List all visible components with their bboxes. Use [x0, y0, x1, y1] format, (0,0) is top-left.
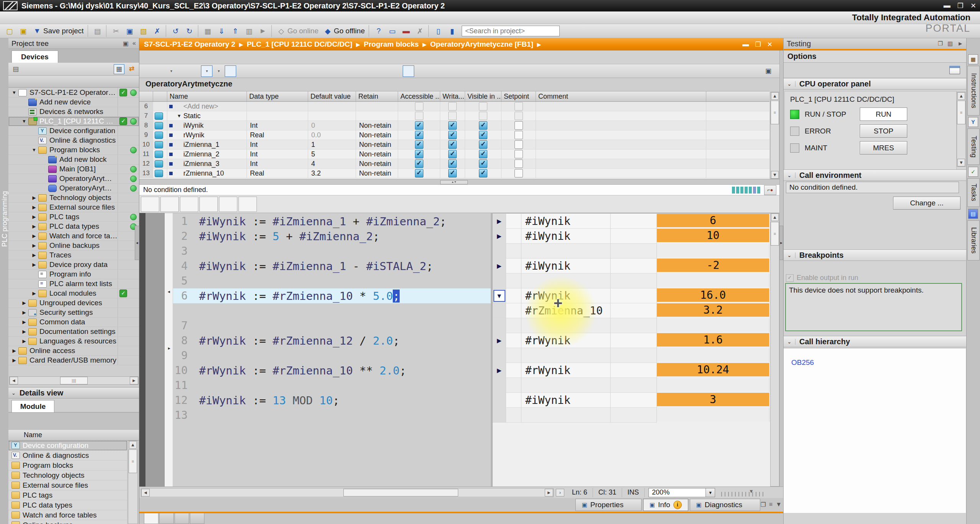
section-call-environment[interactable]: ⌄ Call environment — [784, 169, 966, 181]
toolbar-button[interactable]: ✗ — [413, 25, 429, 37]
editor-tool-icon[interactable] — [308, 65, 319, 77]
tree-item[interactable]: ▶ Common data ✓ — [8, 317, 139, 327]
tasks-tab-icon[interactable]: ✓ — [968, 167, 978, 177]
tree-item[interactable]: ▶ Online backups ✓ — [8, 241, 139, 251]
monitor-var-name[interactable] — [521, 318, 611, 333]
menu-item[interactable] — [68, 16, 80, 19]
editor-tool-icon[interactable] — [177, 65, 189, 77]
editor-tool-icon[interactable] — [272, 65, 284, 77]
toolbar-button[interactable]: ↺ — [169, 25, 182, 37]
monitor-var-name[interactable]: #iWynik — [521, 229, 611, 244]
editor-tool-icon[interactable] — [237, 65, 248, 77]
pin-icon[interactable]: ▣ — [123, 40, 129, 47]
monitor-value[interactable] — [657, 348, 769, 363]
monitor-var-name[interactable]: #iWynik — [521, 214, 611, 229]
code-text[interactable]: #iWynik := 13 MOD 10; — [199, 394, 340, 407]
tree-item[interactable]: ▶ Local modules ✓ — [8, 289, 139, 298]
cpu-panel-scrollbar[interactable]: ▲ ≡ ▼ — [957, 92, 966, 167]
writable-checkbox[interactable] — [448, 121, 457, 130]
code-line[interactable]: 1 #iWynik := #iZmienna_1 + #iZmienna_2; — [173, 214, 491, 229]
visible-checkbox[interactable] — [479, 102, 487, 111]
var-comment[interactable] — [536, 140, 706, 149]
var-name[interactable]: iZmienna_3 — [183, 160, 219, 168]
monitor-var-name[interactable] — [521, 273, 611, 288]
code-text[interactable]: #iWynik := 5 + #iZmienna_2; — [199, 230, 379, 243]
stop-button[interactable]: STOP — [860, 124, 907, 138]
breakpoint-gutter[interactable] — [139, 213, 145, 487]
tree-item[interactable]: ▶ Watch and force tables ✓ — [8, 231, 139, 241]
toolbar-button[interactable]: ► — [256, 25, 272, 37]
code-line[interactable]: 12 #iWynik := 13 MOD 10; — [173, 393, 491, 408]
var-comment[interactable] — [536, 150, 706, 159]
setpoint-checkbox[interactable] — [514, 112, 523, 120]
monitor-row[interactable] — [493, 348, 769, 363]
var-data-type[interactable]: Int — [247, 159, 308, 168]
table-row[interactable]: 7 ▼ Static — [139, 111, 769, 121]
tree-item[interactable]: ▶ Technology objects ✓ — [8, 193, 139, 203]
details-item[interactable]: PLC tags — [8, 490, 127, 500]
expander-icon[interactable]: ▶ — [20, 300, 28, 306]
configure-columns-icon[interactable]: ▤ — [11, 65, 21, 74]
expander-icon[interactable]: ▶ — [30, 252, 38, 258]
tab-testing[interactable]: Testing — [967, 129, 980, 165]
details-view-header[interactable]: ⌄ Details view — [8, 387, 139, 399]
details-item[interactable]: Program blocks — [8, 461, 127, 470]
accessible-checkbox[interactable] — [415, 159, 423, 168]
table-row[interactable]: 11 iZmienna_2 Int 5 Non-retain — [139, 150, 769, 159]
var-retain[interactable]: Non-retain — [356, 169, 398, 178]
panel-menu-icon[interactable]: ≡ — [769, 501, 773, 508]
monitor-var-name[interactable] — [521, 378, 611, 393]
accessible-checkbox[interactable] — [415, 131, 423, 139]
monitor-row[interactable] — [493, 318, 769, 333]
inspector-subtab[interactable] — [175, 513, 189, 524]
editor-tool-icon[interactable] — [320, 65, 331, 77]
editor-tool-icon[interactable] — [154, 65, 165, 77]
details-item[interactable]: Online backups — [8, 520, 127, 524]
collapse-left-panel-handle[interactable]: ◄ — [135, 226, 139, 260]
snippet-button[interactable] — [160, 197, 179, 212]
setpoint-checkbox[interactable] — [514, 150, 523, 158]
writable-checkbox[interactable] — [448, 112, 457, 120]
chevron-down-icon[interactable]: ⌄ — [784, 339, 795, 345]
close-icon[interactable]: ✕ — [970, 2, 976, 10]
snippet-button[interactable] — [219, 197, 237, 212]
var-data-type[interactable]: Int — [247, 140, 308, 149]
editor-tool-icon[interactable] — [379, 65, 390, 77]
monitor-value[interactable]: 16.0 — [657, 288, 769, 303]
menu-item[interactable] — [56, 16, 68, 19]
table-row[interactable]: 6 <Add new> — [139, 102, 769, 111]
toolbar-button[interactable]: ▢ — [3, 25, 16, 37]
tree-item[interactable]: ▶ Security settings ✓ — [8, 308, 139, 317]
editor-tool-icon[interactable] — [343, 65, 355, 77]
tree-item[interactable]: Device configuration ✓ — [8, 126, 139, 136]
col-data-type[interactable]: Data type — [247, 91, 308, 101]
tree-item[interactable]: ▶ PLC data types ✓ — [8, 222, 139, 231]
var-data-type[interactable]: Int — [247, 150, 308, 159]
details-item[interactable]: PLC data types — [8, 500, 127, 510]
toolbar-button[interactable]: ▣ — [123, 25, 136, 37]
var-comment[interactable] — [536, 130, 706, 140]
setpoint-checkbox[interactable] — [514, 121, 523, 130]
toolbar-button[interactable]: ▦ — [201, 25, 214, 37]
var-default[interactable]: 5 — [311, 150, 315, 158]
col-visible[interactable]: Visible in ... — [465, 91, 501, 101]
var-retain[interactable]: Non-retain — [356, 121, 398, 130]
expander-icon[interactable]: ▶ — [30, 291, 38, 296]
visible-checkbox[interactable] — [479, 150, 487, 158]
scroll-right-icon[interactable]: ► — [130, 377, 138, 384]
condition-settings-button[interactable]: ⌐● — [764, 185, 776, 195]
inspector-tab[interactable]: ▣ Info i — [643, 499, 688, 511]
expand-icon[interactable]: ► — [957, 40, 963, 47]
monitor-var-name[interactable]: #rWynik — [521, 363, 611, 378]
table-row[interactable]: 13 rZmienna_10 Real 3.2 Non-retain — [139, 169, 769, 178]
var-name[interactable]: rZmienna_10 — [183, 169, 224, 177]
var-retain[interactable]: Non-retain — [356, 130, 398, 140]
code-text[interactable]: #iWynik := #iZmienna_1 - #iSTALA_2; — [199, 260, 433, 273]
var-name[interactable]: rWynik — [183, 131, 204, 139]
monitor-value[interactable]: 6 — [657, 214, 769, 229]
monitor-var-name[interactable]: #rZmienna_10 — [521, 303, 611, 318]
tree-item[interactable]: ▶ External source files ✓ — [8, 203, 139, 212]
zoom-dropdown-icon[interactable]: ▼ — [706, 488, 715, 497]
code-line[interactable]: 10 #rWynik := #rZmienna_10 ** 2.0; — [173, 363, 491, 378]
expander-icon[interactable]: ▶ — [30, 224, 38, 229]
